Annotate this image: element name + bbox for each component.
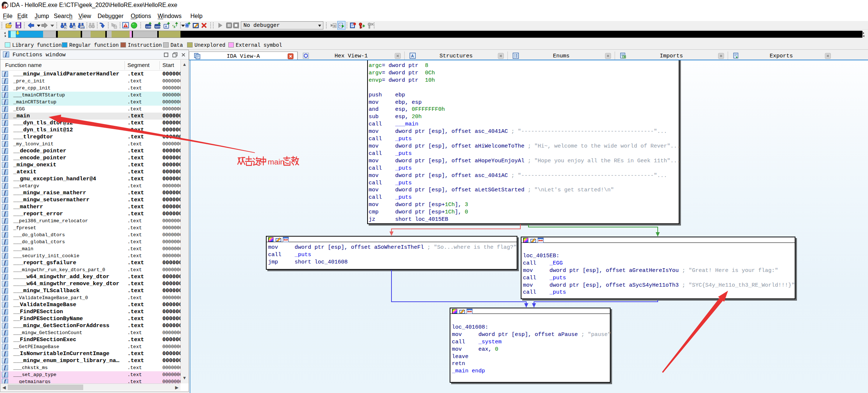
svg-text:101: 101 — [81, 26, 85, 29]
svg-text:CODE: CODE — [146, 26, 152, 28]
svg-text:64: 64 — [2, 5, 7, 10]
svg-text:DATA: DATA — [155, 26, 161, 28]
svg-text:#: # — [64, 26, 66, 29]
svg-text:C: C — [340, 24, 342, 27]
svg-text:C: C — [334, 24, 336, 28]
svg-text:T: T — [73, 26, 75, 29]
svg-text:A: A — [165, 25, 168, 28]
